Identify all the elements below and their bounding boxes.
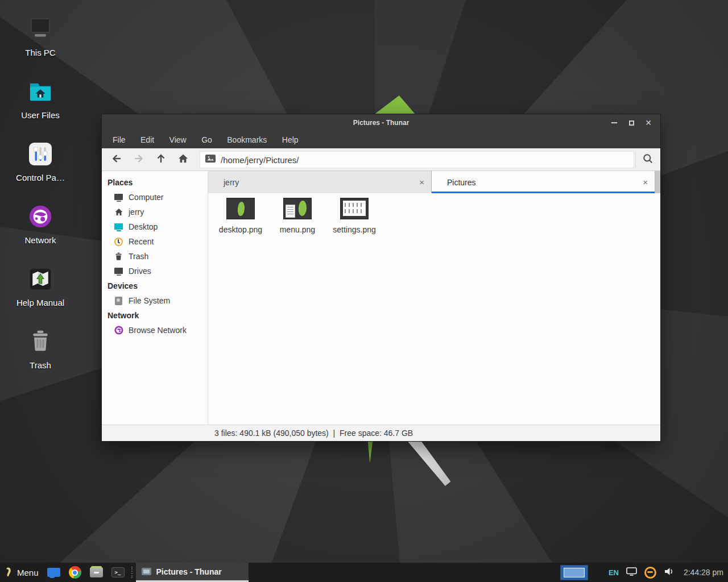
tab-label: Pictures <box>447 178 476 187</box>
search-button[interactable] <box>635 151 659 168</box>
window-titlebar[interactable]: Pictures - Thunar <box>102 114 660 131</box>
home-button[interactable] <box>172 151 194 168</box>
sidebar-item-computer[interactable]: Computer <box>102 190 208 205</box>
desktop-monitor-icon <box>114 222 123 232</box>
taskbar-clock[interactable]: 2:44:28 pm <box>684 568 723 577</box>
trash-icon <box>114 252 123 261</box>
mint-menu-icon[interactable] <box>4 567 13 578</box>
file-name: menu.png <box>269 225 326 234</box>
menu-png-thumbnail <box>283 198 312 219</box>
menu-file[interactable]: File <box>106 131 132 148</box>
tab-close-icon[interactable]: × <box>419 171 424 193</box>
menu-bookmarks[interactable]: Bookmarks <box>221 131 273 148</box>
path-text: /home/jerry/Pictures/ <box>221 155 299 165</box>
file-item-menu-png[interactable]: menu.png <box>269 198 326 234</box>
back-icon <box>111 153 122 167</box>
sidebar-item-desktop[interactable]: Desktop <box>102 219 208 234</box>
sidebar-section-devices: Devices <box>102 278 208 293</box>
keyboard-layout-indicator[interactable]: EN <box>609 568 619 577</box>
volume-icon[interactable] <box>664 567 675 579</box>
search-icon <box>642 153 653 167</box>
tab-close-icon[interactable]: × <box>643 171 648 193</box>
home-icon <box>114 207 123 217</box>
control-panel-icon <box>6 140 75 168</box>
file-item-settings-png[interactable]: settings.png <box>326 198 383 234</box>
minimize-button[interactable] <box>606 114 623 131</box>
active-workspace[interactable] <box>564 568 585 577</box>
file-list-view[interactable]: desktop.png menu.png settings.png <box>209 193 660 425</box>
desktop-icon-label: This PC <box>6 48 75 57</box>
status-text: 3 files: 490.1 kB (490,050 bytes) | Free… <box>214 429 413 438</box>
close-button[interactable]: ✕ <box>640 114 657 131</box>
sidebar-item-browse-network[interactable]: Browse Network <box>102 323 208 338</box>
desktop-icon-label: User Files <box>6 110 75 120</box>
computer-icon <box>114 193 123 202</box>
desktop-icon-network[interactable]: Network <box>6 202 75 245</box>
sidebar-item-recent[interactable]: Recent <box>102 234 208 249</box>
menu-view[interactable]: View <box>163 131 193 148</box>
path-bar[interactable]: /home/jerry/Pictures/ <box>200 151 634 168</box>
desktop-icon-label: Control Pa… <box>6 173 75 182</box>
sidebar-item-file-system[interactable]: File System <box>102 293 208 308</box>
trash-icon <box>6 327 75 356</box>
tab-label: jerry <box>224 178 239 187</box>
task-button-thunar[interactable]: Pictures - Thunar <box>136 563 249 582</box>
chrome-launcher[interactable] <box>69 566 81 579</box>
window-title: Pictures - Thunar <box>102 119 660 127</box>
menubar: File Edit View Go Bookmarks Help <box>102 131 660 148</box>
taskbar: Menu >_ Pictures - Thunar EN 2:44:28 pm <box>0 563 728 582</box>
desktop-png-thumbnail <box>226 198 255 219</box>
side-pane: Places Computer jerry Desktop Recent Tra… <box>102 171 208 425</box>
filesystem-drive-icon <box>114 296 123 306</box>
update-manager-icon[interactable] <box>644 567 656 579</box>
menu-edit[interactable]: Edit <box>134 131 160 148</box>
terminal-launcher[interactable]: >_ <box>111 567 125 577</box>
desktop-icon-help-manual[interactable]: Help Manual <box>6 265 75 307</box>
sidebar-section-places: Places <box>102 175 208 190</box>
network-globe-icon <box>6 202 75 231</box>
forward-button[interactable] <box>127 151 150 168</box>
menu-go[interactable]: Go <box>195 131 218 148</box>
up-button[interactable] <box>150 151 172 168</box>
maximize-button[interactable] <box>623 114 640 131</box>
this-pc-icon <box>6 15 75 43</box>
menu-help[interactable]: Help <box>276 131 305 148</box>
network-globe-icon <box>114 326 123 335</box>
status-bar: 3 files: 490.1 kB (490,050 bytes) | Free… <box>102 425 660 441</box>
up-arrow-icon <box>155 153 167 167</box>
archive-launcher[interactable] <box>90 567 103 577</box>
drives-icon <box>114 267 123 276</box>
sidebar-item-jerry[interactable]: jerry <box>102 205 208 219</box>
window-thumbnail-icon <box>142 568 151 575</box>
workspace-switcher[interactable] <box>560 565 588 580</box>
tab-pictures[interactable]: Pictures × <box>432 171 655 193</box>
terminal-icon: >_ <box>111 567 125 577</box>
file-item-desktop-png[interactable]: desktop.png <box>212 198 269 234</box>
archive-icon <box>90 567 103 577</box>
help-manual-icon <box>6 265 75 293</box>
desktop-icon-this-pc[interactable]: This PC <box>6 15 75 57</box>
menu-button[interactable]: Menu <box>17 568 39 577</box>
tab-bar: jerry × Pictures × <box>208 171 660 193</box>
desktop-icon-label: Network <box>6 235 75 245</box>
desktop-icon-label: Trash <box>6 360 75 370</box>
image-file-icon <box>205 155 216 165</box>
toolbar: /home/jerry/Pictures/ <box>102 148 660 171</box>
files-icon <box>47 568 60 577</box>
desktop-icon-trash[interactable]: Trash <box>6 327 75 370</box>
display-tray-icon[interactable] <box>626 567 637 578</box>
files-launcher[interactable] <box>47 568 60 577</box>
desktop-icon-user-files[interactable]: User Files <box>6 77 75 120</box>
thunar-window: Pictures - Thunar ✕ File Edit View Go Bo… <box>101 114 661 442</box>
back-button[interactable] <box>105 151 127 168</box>
tab-jerry[interactable]: jerry × <box>208 171 432 193</box>
sidebar-section-network: Network <box>102 308 208 323</box>
sidebar-item-drives[interactable]: Drives <box>102 264 208 278</box>
sidebar-item-trash[interactable]: Trash <box>102 249 208 264</box>
file-name: settings.png <box>326 225 383 234</box>
desktop-icon-control-panel[interactable]: Control Pa… <box>6 140 75 182</box>
chrome-icon <box>69 566 81 579</box>
file-name: desktop.png <box>212 225 269 234</box>
home-folder-icon <box>6 77 75 106</box>
taskbar-separator <box>131 567 134 578</box>
